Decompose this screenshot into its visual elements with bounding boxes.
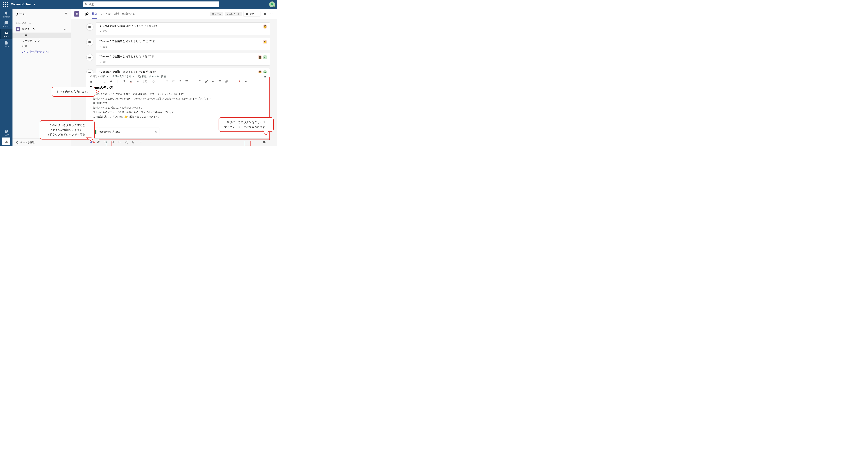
attach-button[interactable] [96, 140, 100, 144]
sticker-button[interactable] [117, 140, 121, 144]
hidden-channels-link[interactable]: 2 件の非表示のチャネル [12, 49, 71, 55]
org-pill[interactable]: チーム [210, 11, 223, 16]
bell-icon [4, 11, 8, 15]
send-icon [263, 140, 267, 144]
outdent-icon [165, 80, 168, 83]
compose-subject[interactable]: Teamsの使い方 [90, 85, 266, 90]
discard-button[interactable] [264, 75, 266, 78]
profile-avatar[interactable]: P [269, 1, 275, 7]
font-size-button[interactable]: AA [136, 80, 139, 83]
paperclip-icon [97, 140, 100, 144]
praise-button[interactable] [131, 140, 135, 144]
message-list: チャネルの新しい会議 は終了しました: 15 分 4 秒返信👩"General"… [71, 19, 277, 73]
tab-wiki[interactable]: Wiki [114, 9, 119, 19]
team-avatar: 製 [16, 27, 20, 31]
meeting-ended-card: "General" で会議中 は終了しました: 9 分 17 秒返信👩右 [96, 53, 270, 66]
indent-button[interactable] [172, 80, 175, 83]
rail-files[interactable]: ファイル [0, 39, 12, 49]
info-button[interactable] [262, 11, 268, 17]
search-input[interactable] [89, 3, 218, 6]
reply-button[interactable]: 返信 [99, 60, 267, 64]
meeting-ended-card: "General" で会議中 は終了しました: 26 分 23 秒返信👩 [96, 38, 270, 50]
number-list-button[interactable] [185, 80, 188, 83]
strike-button[interactable]: S [110, 80, 113, 83]
eye-icon [212, 13, 214, 15]
quote-button[interactable]: ” [198, 80, 202, 83]
stream-button[interactable] [124, 140, 128, 144]
reply-button[interactable]: 返信 [99, 30, 267, 33]
emoji-button[interactable] [103, 140, 107, 144]
hr-button[interactable] [218, 80, 221, 83]
link-button[interactable] [205, 80, 208, 83]
text-color-button[interactable]: A [129, 80, 133, 83]
clear-format-button[interactable] [123, 80, 126, 83]
more-format-button[interactable]: ••• [244, 80, 248, 83]
rail-help[interactable]: ヘルプ [0, 129, 12, 137]
reply-button[interactable]: 返信 [99, 45, 267, 48]
svg-point-11 [179, 82, 180, 82]
meeting-title: "General" で会議中 は終了しました: 45 分 36 秒 [99, 70, 267, 73]
search-box[interactable] [83, 1, 219, 7]
manage-teams-button[interactable]: チームを管理 [12, 138, 71, 146]
compose-icon [90, 75, 92, 78]
teams-panel-title: チーム [16, 12, 26, 16]
team-row[interactable]: 製 製品チーム ••• [12, 26, 71, 32]
filter-button[interactable] [64, 12, 68, 16]
video-icon [246, 12, 248, 16]
svg-point-7 [5, 6, 6, 7]
meet-button[interactable]: 会議 [244, 11, 260, 17]
team-more-button[interactable]: ••• [64, 28, 68, 31]
bulb-icon [131, 140, 135, 144]
new-post-dropdown[interactable]: 新しい投稿 [90, 75, 109, 78]
svg-point-8 [7, 6, 8, 7]
indent-icon [172, 80, 175, 83]
channel-header: 製 一般 投稿 ファイル Wiki 会議のメモ チーム 2 人のゲスト [71, 9, 277, 19]
chevron-down-icon [132, 75, 135, 78]
svg-point-0 [3, 2, 4, 3]
tab-files[interactable]: ファイル [100, 9, 111, 19]
rail-teams[interactable]: チーム [0, 29, 12, 39]
video-icon [86, 54, 93, 61]
teams-icon [4, 31, 8, 35]
rail-activity[interactable]: 最新情報 [0, 9, 12, 20]
trash-icon [264, 75, 266, 78]
table-button[interactable] [225, 80, 228, 83]
callout-send: 最後に、このボタンをクリック するとメッセージが登録されます。 [219, 117, 274, 132]
video-icon [86, 23, 93, 31]
code-button[interactable] [211, 80, 215, 83]
gif-button[interactable]: GIF [110, 140, 114, 144]
paragraph-dropdown[interactable]: 段落 ▾ [143, 80, 149, 83]
rail-download[interactable] [2, 138, 10, 145]
attachment-card[interactable]: X Teamsの使い方.xlsx ✕ [90, 127, 159, 136]
sticker-icon [118, 140, 121, 144]
rail-chat[interactable]: チャット [0, 20, 12, 29]
bullet-list-button[interactable] [178, 80, 182, 83]
more-button[interactable]: ••• [269, 11, 274, 17]
channel-strategy[interactable]: 戦略 [12, 44, 71, 49]
gear-icon [16, 141, 19, 144]
guests-pill[interactable]: 2 人のゲスト [225, 11, 242, 16]
svg-point-14 [105, 142, 106, 142]
clear-button[interactable] [152, 80, 155, 83]
reply-permission-dropdown[interactable]: 全員が返信できる [112, 75, 135, 78]
tab-posts[interactable]: 投稿 [92, 9, 97, 19]
italic-button[interactable]: I [96, 80, 99, 83]
code-icon [212, 80, 215, 83]
attendee-avatars: 👩 [263, 24, 267, 29]
more-actions-button[interactable]: ••• [138, 140, 142, 144]
send-button[interactable] [262, 140, 267, 144]
bold-button[interactable]: B [90, 80, 93, 83]
post-multi-channel[interactable]: 複数のチャネルに投稿 [138, 75, 166, 78]
video-icon [86, 38, 93, 46]
channel-general[interactable]: 一般 [12, 32, 71, 38]
remove-attachment-button[interactable]: ✕ [155, 130, 157, 133]
bullet-icon [179, 80, 182, 83]
eraser-icon [152, 80, 155, 83]
title-bar: Microsoft Teams P [0, 0, 277, 9]
outdent-button[interactable] [165, 80, 168, 83]
tab-meeting-notes[interactable]: 会議のメモ [122, 9, 135, 19]
underline-button[interactable]: U [103, 80, 106, 83]
app-launcher-icon[interactable] [2, 1, 9, 8]
important-button[interactable]: ! [238, 80, 241, 83]
channel-marketing[interactable]: マーケティング [12, 38, 71, 44]
